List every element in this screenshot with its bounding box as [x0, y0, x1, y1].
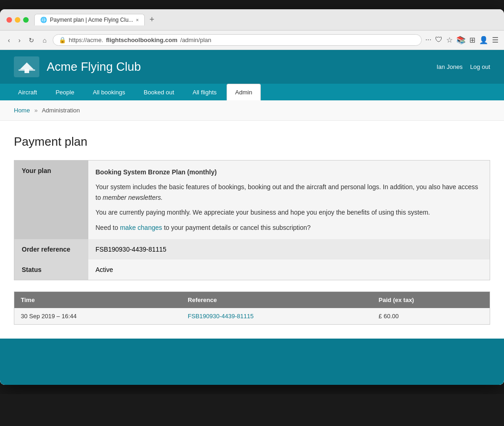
refresh-button[interactable]: ↻	[26, 36, 37, 45]
trans-reference-link-0[interactable]: FSB190930-4439-81115	[188, 313, 253, 320]
tab-all-bookings[interactable]: All bookings	[84, 84, 134, 100]
col-paid: Paid (ex tax)	[372, 291, 490, 308]
header-right: Ian Jones Log out	[436, 63, 490, 70]
logo-icon	[18, 60, 36, 74]
split-view-icon[interactable]: ⊞	[469, 36, 475, 44]
menu-icon[interactable]: ☰	[492, 36, 498, 44]
library-icon[interactable]: 📚	[456, 36, 466, 44]
tab-booked-out[interactable]: Booked out	[135, 84, 183, 100]
browser-right-icons: 📚 ⊞ 👤 ☰	[456, 36, 498, 44]
tab-admin[interactable]: Admin	[227, 84, 261, 100]
plan-details-cell: Booking System Bronze Plan (monthly) You…	[88, 161, 490, 239]
minimize-dot[interactable]	[15, 17, 20, 23]
svg-rect-1	[18, 69, 35, 71]
close-dot[interactable]	[6, 17, 12, 23]
browser-tabs: 🌐 Payment plan | Acme Flying Clu... × +	[34, 14, 498, 25]
url-path: /admin/plan	[180, 37, 211, 43]
address-bar[interactable]: 🔒 https://acme.flightschoolbooking.com/a…	[53, 34, 422, 46]
home-button[interactable]: ⌂	[40, 36, 49, 45]
profile-icon[interactable]: 👤	[479, 36, 488, 44]
tab-close-button[interactable]: ×	[136, 17, 139, 23]
back-button[interactable]: ‹	[6, 36, 12, 45]
table-row-status: Status Active	[14, 259, 490, 280]
nav-tabs: Aircraft People All bookings Booked out …	[0, 84, 504, 100]
order-ref-value: FSB190930-4439-81115	[88, 239, 490, 259]
desc-line-3-pre: Need to	[96, 224, 118, 231]
desc-line-3-post: to your payment details or cancel this s…	[164, 224, 311, 231]
trans-reference-0: FSB190930-4439-81115	[181, 308, 372, 325]
status-label: Status	[14, 259, 88, 280]
main-content: Payment plan Your plan Booking System Br…	[0, 121, 504, 339]
page-title: Payment plan	[14, 135, 490, 149]
transactions-header-row: Time Reference Paid (ex tax)	[14, 291, 490, 308]
order-ref-label: Order reference	[14, 239, 88, 259]
breadcrumb-separator: »	[34, 107, 37, 114]
plan-name: Booking System Bronze Plan (monthly)	[96, 168, 217, 176]
url-prefix: https://acme.	[69, 37, 103, 43]
active-tab[interactable]: 🌐 Payment plan | Acme Flying Clu... ×	[34, 14, 145, 25]
trans-amount-0: £ 60.00	[372, 308, 490, 325]
table-row-plan: Your plan Booking System Bronze Plan (mo…	[14, 161, 490, 239]
bookmark-icon[interactable]: ☆	[446, 36, 453, 44]
app-footer	[0, 339, 504, 385]
table-row-order-ref: Order reference FSB190930-4439-81115	[14, 239, 490, 259]
plan-table: Your plan Booking System Bronze Plan (mo…	[14, 160, 490, 280]
svg-marker-0	[20, 62, 34, 73]
trans-time-0: 30 Sep 2019 – 16:44	[14, 308, 182, 325]
transactions-table: Time Reference Paid (ex tax) 30 Sep 2019…	[14, 291, 490, 325]
app-wrapper: Acme Flying Club Ian Jones Log out Aircr…	[0, 50, 504, 385]
url-domain: flightschoolbooking.com	[106, 37, 178, 43]
breadcrumb-home[interactable]: Home	[14, 107, 30, 114]
tab-aircraft[interactable]: Aircraft	[9, 84, 46, 100]
make-changes-link[interactable]: make changes	[120, 224, 162, 231]
tab-title: Payment plan | Acme Flying Clu...	[50, 17, 133, 23]
tab-people[interactable]: People	[47, 84, 83, 100]
more-options-icon[interactable]: ···	[425, 36, 431, 44]
breadcrumb: Home » Administration	[0, 100, 504, 121]
header-left: Acme Flying Club	[14, 56, 141, 77]
app-title: Acme Flying Club	[47, 60, 141, 74]
maximize-dot[interactable]	[23, 17, 29, 23]
desc-italic: member newsletters.	[103, 194, 163, 201]
shield-icon[interactable]: 🛡	[435, 36, 443, 44]
new-tab-button[interactable]: +	[146, 14, 158, 25]
browser-toolbar: ‹ › ↻ ⌂ 🔒 https://acme.flightschoolbooki…	[0, 31, 504, 50]
logo-box	[14, 56, 39, 77]
tab-icon: 🌐	[40, 17, 47, 23]
status-value: Active	[88, 259, 490, 280]
plan-description: Booking System Bronze Plan (monthly) You…	[96, 167, 483, 233]
user-name: Ian Jones	[436, 63, 462, 70]
transaction-row-0: 30 Sep 2019 – 16:44 FSB190930-4439-81115…	[14, 308, 490, 325]
col-reference: Reference	[181, 291, 372, 308]
toolbar-icons: ··· 🛡 ☆	[425, 36, 453, 44]
lock-icon: 🔒	[59, 37, 66, 43]
forward-button[interactable]: ›	[16, 36, 23, 45]
desc-line-2: You are currently paying monthly. We app…	[96, 207, 483, 217]
your-plan-label: Your plan	[14, 161, 88, 239]
logout-link[interactable]: Log out	[470, 63, 490, 70]
app-header: Acme Flying Club Ian Jones Log out	[0, 50, 504, 84]
col-time: Time	[14, 291, 182, 308]
window-controls	[6, 17, 29, 23]
breadcrumb-current: Administration	[42, 107, 80, 114]
tab-all-flights[interactable]: All flights	[184, 84, 226, 100]
